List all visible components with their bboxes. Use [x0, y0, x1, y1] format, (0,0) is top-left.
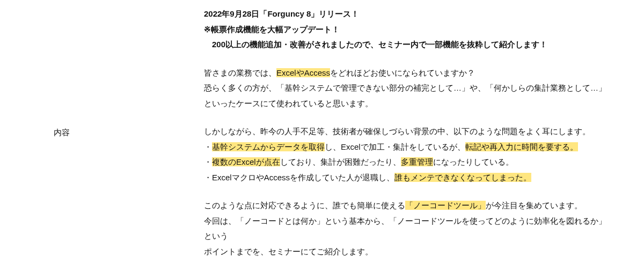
close-l1a: このような点に対応できるように、誰でも簡単に使える [204, 201, 405, 210]
b2-mid1: しており、集計が困難だったり、 [280, 157, 401, 166]
b1-hl2: 転記や再入力に時間を要する。 [465, 142, 578, 151]
problems-block: しかしながら、昨今の人手不足等、技術者が確保しづらい背景の中、以下のような問題を… [204, 124, 612, 185]
intro-line-2: ※帳票作成機能を大幅アップデート！ [204, 25, 340, 34]
b2-pre: ・ [204, 157, 212, 166]
close-l3: ポイントまでを、セミナーにてご紹介します。 [204, 247, 373, 256]
intro-line-1: 2022年9月28日「Forguncy 8」リリース！ [204, 9, 359, 18]
b2-hl1: 複数のExcelが点在 [212, 157, 280, 166]
content-row: 内容 2022年9月28日「Forguncy 8」リリース！ ※帳票作成機能を大… [11, 6, 633, 259]
b1-hl1: 基幹システムからデータを取得 [212, 142, 325, 151]
intro-line-3: 200以上の機能追加・改善がされましたので、セミナー内で一部機能を抜粋して紹介し… [204, 40, 547, 49]
b3-pre: ・ExcelマクロやAccessを作成していた人が退職し、 [204, 173, 394, 182]
b1-mid: し、Excelで加工・集計をしているが、 [325, 142, 465, 151]
q-pre: 皆さまの業務では、 [204, 68, 276, 77]
b2-mid2: になったりしている。 [433, 157, 514, 166]
q-line2: 恐らく多くの方が、「基幹システムで管理できない部分の補完として…」や、「何かしら… [204, 83, 606, 108]
closing-block: このような点に対応できるように、誰でも簡単に使える「ノーコードツール」が今注目を… [204, 198, 612, 259]
bullet-3: ・ExcelマクロやAccessを作成していた人が退職し、誰もメンテできなくなっ… [204, 170, 612, 186]
q-highlight: ExcelやAccess [276, 68, 330, 77]
row-body-cell: 2022年9月28日「Forguncy 8」リリース！ ※帳票作成機能を大幅アッ… [204, 6, 633, 259]
close-l1b: が今注目を集めています。 [486, 201, 582, 210]
row-label: 内容 [54, 128, 70, 137]
b3-hl: 誰もメンテできなくなってしまった。 [394, 173, 531, 182]
close-l2: 今回は、「ノーコードとは何か」という基本から、「ノーコードツールを使ってどのよう… [204, 216, 606, 241]
row-label-cell: 内容 [11, 125, 204, 141]
bullet-1: ・基幹システムからデータを取得し、Excelで加工・集計をしているが、転記や再入… [204, 140, 612, 155]
b2-hl2: 多重管理 [401, 157, 433, 166]
page: 内容 2022年9月28日「Forguncy 8」リリース！ ※帳票作成機能を大… [0, 0, 644, 266]
bullet-2: ・複数のExcelが点在しており、集計が困難だったり、多重管理になったりしている… [204, 155, 612, 170]
q-post: をどれほどお使いになられていますか？ [330, 68, 475, 77]
intro-block: 2022年9月28日「Forguncy 8」リリース！ ※帳票作成機能を大幅アッ… [204, 6, 612, 53]
question-block: 皆さまの業務では、ExcelやAccessをどれほどお使いになられていますか？ … [204, 65, 612, 112]
problems-lead: しかしながら、昨今の人手不足等、技術者が確保しづらい背景の中、以下のような問題を… [204, 124, 612, 140]
close-l1hl: 「ノーコードツール」 [405, 201, 486, 210]
b1-pre: ・ [204, 142, 212, 151]
